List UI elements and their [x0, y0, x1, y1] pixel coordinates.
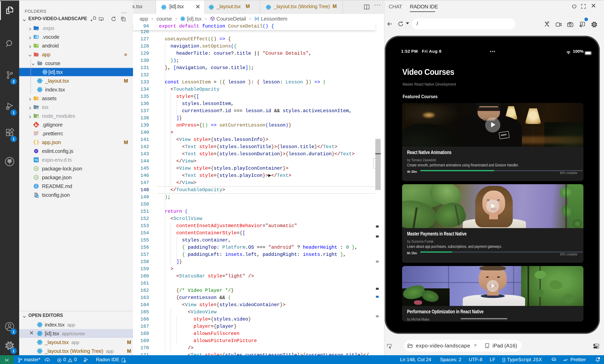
svg-text:1: 1: [13, 330, 15, 334]
svg-text:TS: TS: [36, 195, 38, 198]
svg-text:2: 2: [13, 79, 15, 84]
svg-text:1: 1: [13, 137, 15, 141]
svg-text:iOS: iOS: [36, 107, 39, 109]
svg-text:TS: TS: [34, 159, 38, 162]
svg-text:1: 1: [13, 110, 15, 115]
svg-text:JS: JS: [35, 168, 38, 170]
svg-text:1: 1: [13, 349, 15, 353]
svg-text:JS: JS: [35, 176, 38, 179]
